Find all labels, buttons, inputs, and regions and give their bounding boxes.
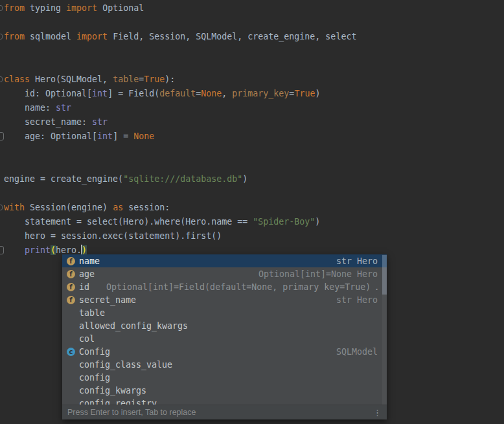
code-token: import [66, 3, 97, 13]
code-token: default [159, 89, 196, 98]
no-icon [67, 386, 75, 395]
no-icon [67, 374, 75, 382]
code-token: name: [4, 103, 56, 113]
code-token: age: Optional[ [4, 131, 97, 141]
code-token: table [113, 74, 139, 84]
completion-item-name[interactable]: fnamestr Hero [62, 254, 387, 267]
completion-item-type: str Hero [336, 295, 378, 305]
completion-hint: Press Enter to insert, Tab to replace [67, 408, 196, 417]
code-token: "Spider-Boy" [253, 217, 315, 227]
completion-list: fnamestr HerofageOptional[int]=None Hero… [62, 254, 387, 405]
code-token: as [113, 203, 123, 212]
code-token: with [4, 203, 25, 212]
completion-item-age[interactable]: fageOptional[int]=None Hero [62, 267, 387, 280]
code-token: None [201, 89, 222, 98]
completion-item-type: Optional[int]=None Hero [258, 269, 378, 279]
code-token: engine = create_engine( [4, 174, 123, 184]
completion-item-allowed_config_kwargs[interactable]: allowed_config_kwargs [62, 319, 387, 332]
completion-item-id[interactable]: fidOptional[int]=Field(default=None, pri… [62, 280, 387, 293]
popup-scrollbar[interactable] [382, 254, 387, 405]
code-token: True [294, 89, 315, 98]
more-options-icon[interactable]: ⋮ [373, 408, 382, 417]
code-token: statement = select(Hero).where(Hero.name… [4, 217, 253, 227]
code-line[interactable] [4, 158, 504, 172]
completion-item-label: config_kwargs [79, 386, 146, 396]
completion-item-label: id [79, 282, 89, 292]
completion-popup: fnamestr HerofageOptional[int]=None Hero… [62, 254, 387, 419]
code-line[interactable] [4, 44, 504, 58]
code-token: print [25, 245, 51, 255]
completion-item-col[interactable]: col [62, 332, 387, 345]
gutter-icon[interactable] [0, 132, 4, 140]
completion-item-label: config [79, 373, 110, 383]
completion-footer: Press Enter to insert, Tab to replace ⋮ [62, 405, 387, 419]
completion-item-secret_name[interactable]: fsecret_namestr Hero [62, 293, 387, 306]
code-token: hero. [56, 245, 82, 255]
field-icon: f [67, 283, 75, 291]
code-line[interactable]: class Hero(SQLModel, table=True): [4, 73, 504, 87]
code-line[interactable]: from sqlmodel import Field, Session, SQL… [4, 30, 504, 44]
completion-item-label: age [79, 269, 95, 279]
completion-item-label: config_registry [79, 399, 157, 405]
code-line[interactable]: age: Optional[int] = None [4, 129, 504, 144]
field-icon: f [67, 296, 75, 304]
completion-item-label: secret_name [79, 295, 136, 305]
gutter-icon[interactable] [0, 205, 3, 210]
code-token: primary_key [232, 89, 289, 98]
code-token: from [4, 32, 25, 41]
code-token: Session(engine) [25, 203, 113, 212]
code-token: Hero(SQLModel, [30, 74, 113, 84]
field-icon: f [67, 257, 75, 265]
code-line[interactable]: id: Optional[int] = Field(default=None, … [4, 87, 504, 101]
code-line[interactable] [4, 16, 504, 30]
completion-item-label: col [79, 334, 95, 344]
code-token: ) [242, 174, 247, 184]
completion-item-type: str Hero [336, 256, 378, 266]
code-token: hero = session.exec(statement).first() [4, 231, 222, 241]
code-token: None [133, 131, 154, 141]
completion-item-config_class_value[interactable]: config_class_value [62, 358, 387, 371]
code-line[interactable] [4, 186, 504, 201]
code-line[interactable]: with Session(engine) as session: [4, 201, 504, 215]
code-line[interactable] [4, 58, 504, 73]
completion-item-table[interactable]: table [62, 306, 387, 319]
completion-item-Config[interactable]: cConfigSQLModel [62, 345, 387, 358]
code-line[interactable] [4, 144, 504, 158]
code-token: ) [315, 89, 320, 98]
completion-item-label: name [79, 256, 100, 266]
code-token: , [222, 89, 232, 98]
code-token: "sqlite:///database.db" [123, 174, 242, 184]
code-token: Field, Session, SQLModel, create_engine,… [108, 32, 356, 41]
code-token: id: Optional[ [4, 89, 92, 98]
completion-item-config_registry[interactable]: config_registry [62, 397, 387, 405]
code-token: Optional [97, 3, 144, 13]
completion-item-label: allowed_config_kwargs [79, 321, 188, 331]
completion-item-config[interactable]: config [62, 371, 387, 384]
code-token: secret_name: [4, 117, 92, 127]
code-token: from [4, 3, 25, 13]
code-token: sqlmodel [25, 32, 76, 41]
completion-item-config_kwargs[interactable]: config_kwargs [62, 384, 387, 397]
no-icon [67, 322, 75, 330]
gutter-icon[interactable] [0, 5, 3, 11]
code-line[interactable]: engine = create_engine("sqlite:///databa… [4, 172, 504, 186]
code-line[interactable]: statement = select(Hero).where(Hero.name… [4, 215, 504, 229]
no-icon [67, 399, 75, 405]
code-token: str [92, 117, 108, 127]
gutter-icon[interactable] [0, 246, 4, 254]
code-line[interactable]: from typing import Optional [4, 1, 504, 16]
code-line[interactable]: secret_name: str [4, 115, 504, 129]
code-token: ) [315, 217, 320, 227]
completion-item-label: table [79, 308, 105, 318]
gutter-icon[interactable] [0, 34, 3, 39]
code-token: import [76, 32, 108, 41]
code-token: True [144, 74, 165, 84]
code-token: ] = [113, 131, 133, 141]
popup-scrollbar-thumb[interactable] [382, 255, 387, 295]
gutter-icon[interactable] [0, 76, 3, 82]
code-area[interactable]: from typing import Optionalfrom sqlmodel… [4, 1, 504, 258]
code-token: typing [25, 3, 66, 13]
code-line[interactable]: name: str [4, 101, 504, 115]
code-line[interactable]: hero = session.exec(statement).first() [4, 229, 504, 243]
code-token: int [97, 131, 113, 141]
